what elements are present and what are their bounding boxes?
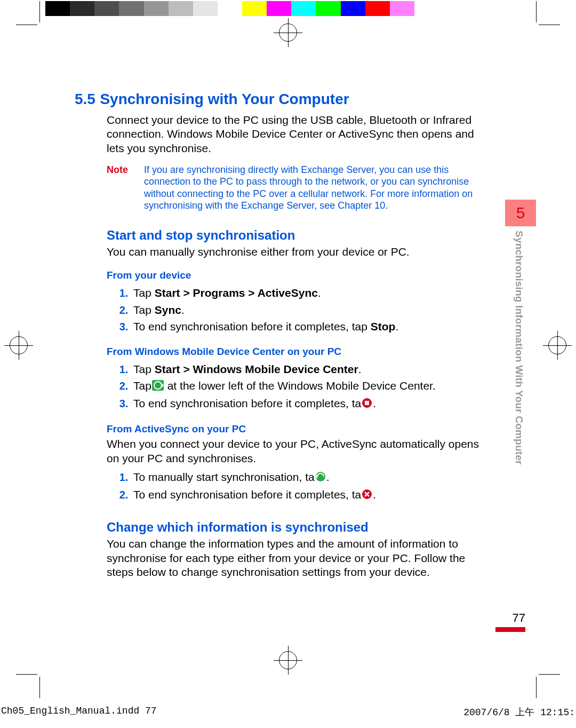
registration-mark-icon <box>543 331 572 360</box>
footer-filename: Ch05_English_Manual.indd 77 <box>0 706 157 718</box>
section-intro: Connect your device to the PC using the … <box>107 113 480 155</box>
page-number-area: 77 <box>495 611 525 632</box>
from-activesync-intro: When you connect your device to your PC,… <box>107 437 480 465</box>
subheading-start-stop: Start and stop synchronisation <box>107 228 501 243</box>
printer-color-bar <box>45 1 439 16</box>
page-number: 77 <box>495 611 525 625</box>
steps-from-wmdc: Tap Start > Windows Mobile Device Center… <box>107 361 483 413</box>
imprint-footer: Ch05_English_Manual.indd 77 2007/6/8 上午 … <box>0 706 576 718</box>
section-number: 5.5 <box>75 91 95 107</box>
note-label: Note <box>107 164 144 212</box>
registration-mark-icon <box>274 646 302 675</box>
step: Tap Start > Programs > ActiveSync. <box>131 284 483 302</box>
subsubheading-from-device: From your device <box>107 270 501 281</box>
step: To end synchronisation before it complet… <box>131 486 483 504</box>
step: Tap Start > Windows Mobile Device Center… <box>131 361 483 378</box>
stop-icon <box>362 396 372 413</box>
svg-rect-3 <box>365 401 369 405</box>
registration-mark-icon <box>4 331 33 360</box>
step: To manually start synchronisation, ta. <box>131 469 483 486</box>
page-number-bar <box>495 627 525 632</box>
trim-mark-icon <box>539 674 560 675</box>
chapter-tab: 5 Synchronising Information With Your Co… <box>505 200 536 513</box>
step: Tap at the lower left of the Windows Mob… <box>131 377 483 395</box>
stop-icon <box>362 487 372 504</box>
subsubheading-from-activesync: From ActiveSync on your PC <box>107 423 501 435</box>
trim-mark-icon <box>536 677 537 698</box>
trim-mark-icon <box>39 677 40 698</box>
steps-from-activesync: To manually start synchronisation, ta. T… <box>107 469 483 504</box>
start-stop-intro: You can manually synchronise either from… <box>107 245 480 259</box>
trim-mark-icon <box>16 674 37 675</box>
trim-mark-icon <box>539 25 560 25</box>
note-body: If you are synchronising directly with E… <box>144 164 480 212</box>
step: To end synchronisation before it complet… <box>131 318 483 335</box>
trim-mark-icon <box>39 1 40 22</box>
page-content: 5.5 Synchronising with Your Computer Con… <box>75 91 501 579</box>
steps-from-device: Tap Start > Programs > ActiveSync. Tap S… <box>107 284 483 335</box>
subheading-change-info: Change which information is synchronised <box>107 520 501 535</box>
sync-icon <box>152 378 164 395</box>
subsubheading-from-wmdc: From Windows Mobile Device Center on you… <box>107 346 501 358</box>
step: To end synchronisation before it complet… <box>131 395 483 413</box>
trim-mark-icon <box>16 25 37 25</box>
change-info-body: You can change the information types and… <box>107 537 480 579</box>
registration-mark-icon <box>274 18 302 47</box>
note-block: Note If you are synchronising directly w… <box>107 164 480 212</box>
footer-datetime: 2007/6/8 上午 12:15: <box>463 706 576 718</box>
section-title: Synchronising with Your Computer <box>100 91 349 107</box>
section-heading: 5.5 Synchronising with Your Computer <box>75 91 501 108</box>
chapter-tab-title: Synchronising Information With Your Comp… <box>513 231 525 513</box>
trim-mark-icon <box>536 1 537 22</box>
step: Tap Sync. <box>131 302 483 319</box>
chapter-number-badge: 5 <box>505 200 536 226</box>
sync-icon <box>315 470 326 487</box>
